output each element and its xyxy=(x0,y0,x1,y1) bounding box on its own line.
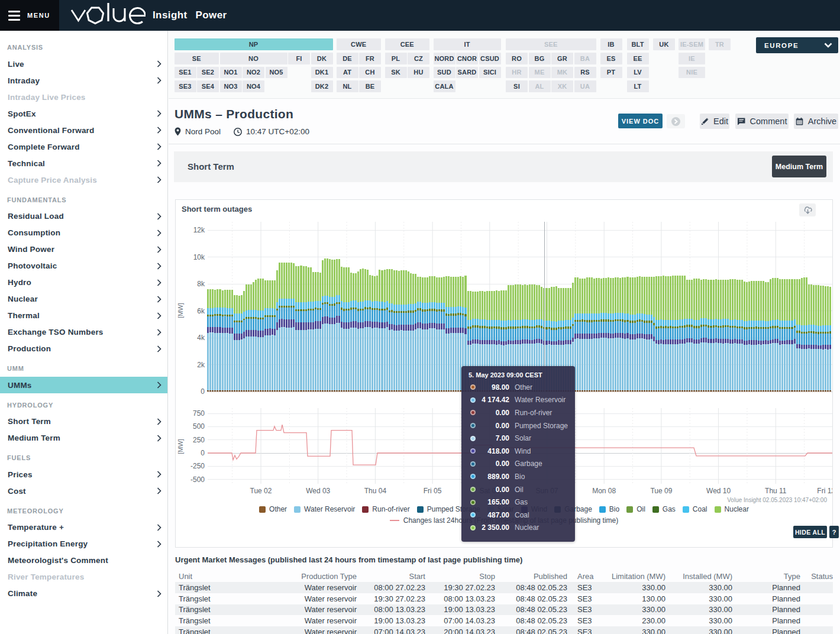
region-hu[interactable]: HU xyxy=(408,67,429,79)
region-group-uk[interactable]: UK xyxy=(653,38,675,50)
region-al[interactable]: AL xyxy=(529,80,551,92)
region-ch[interactable]: CH xyxy=(359,67,381,79)
region-se3[interactable]: SE3 xyxy=(175,80,196,92)
sidebar-item-live[interactable]: Live xyxy=(0,56,167,72)
sidebar-item-technical[interactable]: Technical xyxy=(0,155,167,172)
region-gr[interactable]: GR xyxy=(551,53,573,64)
region-dk1[interactable]: DK1 xyxy=(311,67,333,79)
region-es[interactable]: ES xyxy=(600,53,622,64)
region-ie[interactable]: IE xyxy=(679,53,705,64)
sidebar-item-hydro[interactable]: Hydro xyxy=(0,274,167,291)
view-doc-button[interactable]: VIEW DOC xyxy=(618,114,663,128)
legend-item-water-reservoir[interactable]: Water Reservoir xyxy=(294,505,355,513)
region-no3[interactable]: NO3 xyxy=(220,80,242,92)
sidebar-item-production[interactable]: Production xyxy=(0,341,167,357)
region-group-see[interactable]: SEE xyxy=(506,38,596,50)
region-sard[interactable]: SARD xyxy=(456,67,478,79)
region-pl[interactable]: PL xyxy=(385,53,407,64)
region-se[interactable]: SE xyxy=(175,53,219,64)
legend-item-bio[interactable]: Bio xyxy=(599,505,619,513)
region-xk[interactable]: XK xyxy=(551,80,573,92)
region-fr[interactable]: FR xyxy=(359,53,381,64)
region-group-cee[interactable]: CEE xyxy=(385,38,430,50)
europe-dropdown[interactable]: EUROPE xyxy=(756,37,838,53)
region-no5[interactable]: NO5 xyxy=(266,67,287,79)
sidebar-item-residual-load[interactable]: Residual Load xyxy=(0,208,167,225)
region-nl[interactable]: NL xyxy=(337,80,358,92)
umm-table-row[interactable]: TrängsletWater reservoir08:00 13.03.2319… xyxy=(175,604,833,616)
region-no[interactable]: NO xyxy=(220,53,287,64)
sidebar-item-complete-forward[interactable]: Complete Forward xyxy=(0,138,167,155)
sidebar-item-exchange-tso-numbers[interactable]: Exchange TSO Numbers xyxy=(0,324,167,341)
umm-table-row[interactable]: TrängsletWater reservoir07:00 14.03.2320… xyxy=(175,626,833,634)
region-rs[interactable]: RS xyxy=(574,67,596,79)
region-dk2[interactable]: DK2 xyxy=(311,80,333,92)
region-cala[interactable]: CALA xyxy=(434,80,455,92)
edit-button[interactable]: Edit xyxy=(700,114,729,129)
region-group-it[interactable]: IT xyxy=(434,38,501,50)
region-lv[interactable]: LV xyxy=(627,67,649,79)
region-cnor[interactable]: CNOR xyxy=(456,53,478,64)
region-be[interactable]: BE xyxy=(359,80,381,92)
medium-term-button[interactable]: Medium Term xyxy=(772,156,826,177)
sidebar-item-temperature[interactable]: Temperature + xyxy=(0,519,167,536)
region-sici[interactable]: SICI xyxy=(479,67,501,79)
sidebar-item-capture-price-analysis[interactable]: Capture Price Analysis xyxy=(0,172,167,188)
region-group-tr[interactable]: TR xyxy=(709,38,731,50)
region-hr[interactable]: HR xyxy=(506,67,528,79)
sidebar-item-wind-power[interactable]: Wind Power xyxy=(0,241,167,258)
region-no2[interactable]: NO2 xyxy=(243,67,264,79)
region-me[interactable]: ME xyxy=(529,67,551,79)
sidebar-item-umms[interactable]: UMMs xyxy=(0,377,167,393)
region-mk[interactable]: MK xyxy=(551,67,573,79)
region-ba[interactable]: BA xyxy=(574,53,596,64)
legend-item-run-of-river[interactable]: Run-of-river xyxy=(362,505,409,513)
legend-item-coal[interactable]: Coal xyxy=(683,505,707,513)
comment-button[interactable]: Comment xyxy=(735,114,789,129)
region-ro[interactable]: RO xyxy=(506,53,528,64)
help-button[interactable]: ? xyxy=(829,526,839,538)
region-se2[interactable]: SE2 xyxy=(197,67,219,79)
region-group-ib[interactable]: IB xyxy=(600,38,622,50)
sidebar-item-nuclear[interactable]: Nuclear xyxy=(0,291,167,308)
region-pt[interactable]: PT xyxy=(600,67,622,79)
sidebar-item-short-term[interactable]: Short Term xyxy=(0,413,167,430)
region-bg[interactable]: BG xyxy=(529,53,551,64)
sidebar-item-river-temperatures[interactable]: River Temperatures xyxy=(0,569,167,586)
region-nord[interactable]: NORD xyxy=(434,53,455,64)
region-sud[interactable]: SUD xyxy=(434,67,455,79)
legend-item-gas[interactable]: Gas xyxy=(652,505,676,513)
next-doc-button[interactable] xyxy=(667,114,685,128)
region-dk[interactable]: DK xyxy=(311,53,333,64)
umm-table-row[interactable]: TrängsletWater reservoir19:30 27.02.2308… xyxy=(175,593,833,604)
region-de[interactable]: DE xyxy=(337,53,358,64)
legend-item-other[interactable]: Other xyxy=(259,505,287,513)
sidebar-item-prices[interactable]: Prices xyxy=(0,466,167,483)
hide-all-button[interactable]: HIDE ALL xyxy=(793,526,827,538)
legend-item-oil[interactable]: Oil xyxy=(626,505,645,513)
sidebar-item-climate[interactable]: Climate xyxy=(0,586,167,602)
region-at[interactable]: AT xyxy=(337,67,358,79)
sidebar-item-photovoltaic[interactable]: Photovoltaic xyxy=(0,258,167,274)
sidebar-item-precipitation-energy[interactable]: Precipitation Energy xyxy=(0,536,167,552)
sidebar-item-medium-term[interactable]: Medium Term xyxy=(0,430,167,447)
umm-table-row[interactable]: TrängsletWater reservoir08:00 27.02.2319… xyxy=(175,582,833,593)
region-ua[interactable]: UA xyxy=(574,80,596,92)
region-no4[interactable]: NO4 xyxy=(243,80,264,92)
region-csud[interactable]: CSUD xyxy=(479,53,501,64)
menu-button[interactable]: MENU xyxy=(0,0,59,31)
sidebar-item-conventional-forward[interactable]: Conventional Forward xyxy=(0,122,167,138)
region-se4[interactable]: SE4 xyxy=(197,80,219,92)
region-group-np[interactable]: NP xyxy=(175,38,333,50)
region-fi[interactable]: FI xyxy=(288,53,310,64)
sidebar-item-spotex[interactable]: SpotEx xyxy=(0,105,167,122)
region-group-ie-sem[interactable]: IE-SEM xyxy=(679,38,705,50)
sidebar-item-thermal[interactable]: Thermal xyxy=(0,308,167,324)
sidebar-item-cost[interactable]: Cost xyxy=(0,483,167,499)
sidebar-item-meteorologist-s-comment[interactable]: Meteorologist's Comment xyxy=(0,552,167,569)
sidebar-item-consumption[interactable]: Consumption xyxy=(0,225,167,241)
region-group-cwe[interactable]: CWE xyxy=(337,38,382,50)
sidebar-item-intraday-live-prices[interactable]: Intraday Live Prices xyxy=(0,89,167,105)
region-nie[interactable]: NIE xyxy=(679,67,705,79)
region-ee[interactable]: EE xyxy=(627,53,649,64)
